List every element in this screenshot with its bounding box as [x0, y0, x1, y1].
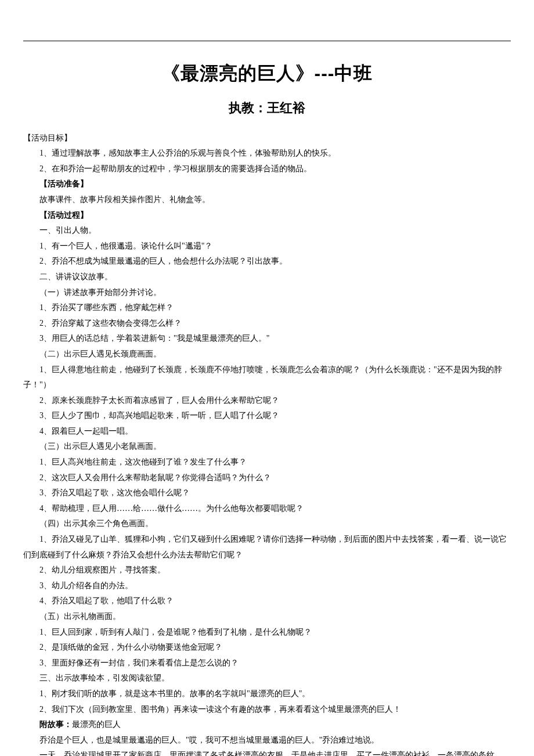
section-prep-heading: 【活动准备】 — [23, 177, 511, 192]
process-line: 二、讲讲议议故事。 — [23, 269, 511, 285]
process-line: 2、乔治穿戴了这些衣物会变得怎么样？ — [23, 316, 511, 332]
process-line: 2、我们下次（回到教室里、图书角）再来读一读这个有趣的故事，再来看看这个城里最漂… — [23, 702, 511, 718]
process-line: （三）出示巨人遇见小老鼠画面。 — [23, 439, 511, 455]
process-line: 1、乔治买了哪些东西，他穿戴怎样？ — [23, 300, 511, 316]
process-line: 2、原来长颈鹿脖子太长而着凉感冒了，巨人会用什么来帮助它呢？ — [23, 393, 511, 409]
horizontal-rule — [23, 41, 511, 41]
story-title: 最漂亮的巨人 — [72, 720, 121, 729]
process-line: 三、出示故事绘本，引发阅读欲望。 — [23, 671, 511, 686]
story-line: 乔治是个巨人，也是城里最邋遢的巨人。"哎，我可不想当城里最邋遢的巨人。"乔治难过… — [23, 733, 511, 748]
process-line: 3、幼儿介绍各自的办法。 — [23, 578, 511, 594]
process-line: 4、跟着巨人一起唱一唱。 — [23, 424, 511, 440]
process-line: 3、用巨人的话总结，学着装进新句："我是城里最漂亮的巨人。" — [23, 331, 511, 347]
process-line: 1、巨人高兴地往前走，这次他碰到了谁？发生了什么事？ — [23, 455, 511, 470]
section-process-heading: 【活动过程】 — [23, 208, 511, 224]
prep-item: 故事课件、故事片段相关操作图片、礼物盒等。 — [23, 192, 511, 208]
process-line: （四）出示其余三个角色画面。 — [23, 516, 511, 532]
process-line: 3、巨人少了围巾，却高兴地唱起歌来，听一听，巨人唱了什么呢？ — [23, 408, 511, 424]
process-line: 1、刚才我们听的故事，就是这本书里的。故事的名字就叫"最漂亮的巨人"。 — [23, 686, 511, 702]
process-line: 1、有一个巨人，他很邋遢。谈论什么叫"邋遢"？ — [23, 239, 511, 254]
document-title: 《最漂亮的巨人》---中班 — [23, 56, 511, 91]
process-line: （五）出示礼物画面。 — [23, 609, 511, 625]
process-line: 1、巨人得意地往前走，他碰到了长颈鹿，长颈鹿不停地打喷嚏，长颈鹿怎么会着凉的呢？… — [23, 362, 511, 393]
goal-item: 1、通过理解故事，感知故事主人公乔治的乐观与善良个性，体验帮助别人的快乐。 — [23, 146, 511, 161]
process-line: （一）讲述故事开始部分并讨论。 — [23, 285, 511, 301]
process-line: 3、乔治又唱起了歌，这次他会唱什么呢？ — [23, 485, 511, 501]
document-subtitle: 执教：王红裕 — [23, 96, 511, 120]
process-line: 2、这次巨人又会用什么来帮助老鼠呢？你觉得合适吗？为什么？ — [23, 470, 511, 486]
section-goal-heading: 【活动目标】 — [23, 131, 511, 146]
process-line: 2、乔治不想成为城里最邋遢的巨人，他会想什么办法呢？引出故事。 — [23, 254, 511, 269]
goal-item: 2、在和乔治一起帮助朋友的过程中，学习根据朋友的需要选择合适的物品。 — [23, 161, 511, 177]
story-line: 一天，乔治发现城里开了家新商店，里面摆满了各式各样漂亮的衣服。于是他走进店里，买… — [23, 748, 511, 756]
process-line: 3、里面好像还有一封信，我们来看看信上是怎么说的？ — [23, 656, 511, 671]
process-line: 4、帮助梳理，巨人用……给……做什么……。为什么他每次都要唱歌呢？ — [23, 501, 511, 517]
process-line: 1、巨人回到家，听到有人敲门，会是谁呢？他看到了礼物，是什么礼物呢？ — [23, 625, 511, 640]
process-line: 4、乔治又唱起了歌，他唱了什么歌？ — [23, 593, 511, 609]
process-line: 2、是顶纸做的金冠，为什么小动物要送他金冠呢？ — [23, 640, 511, 656]
process-line: 2、幼儿分组观察图片，寻找答案。 — [23, 563, 511, 578]
process-line: 一、引出人物。 — [23, 223, 511, 239]
process-line: 1、乔治又碰见了山羊、狐狸和小狗，它们又碰到什么困难呢？请你们选择一种动物，到后… — [23, 532, 511, 563]
story-heading: 附故事：最漂亮的巨人 — [23, 717, 511, 733]
story-label: 附故事： — [39, 720, 72, 729]
process-line: （二）出示巨人遇见长颈鹿画面。 — [23, 347, 511, 362]
